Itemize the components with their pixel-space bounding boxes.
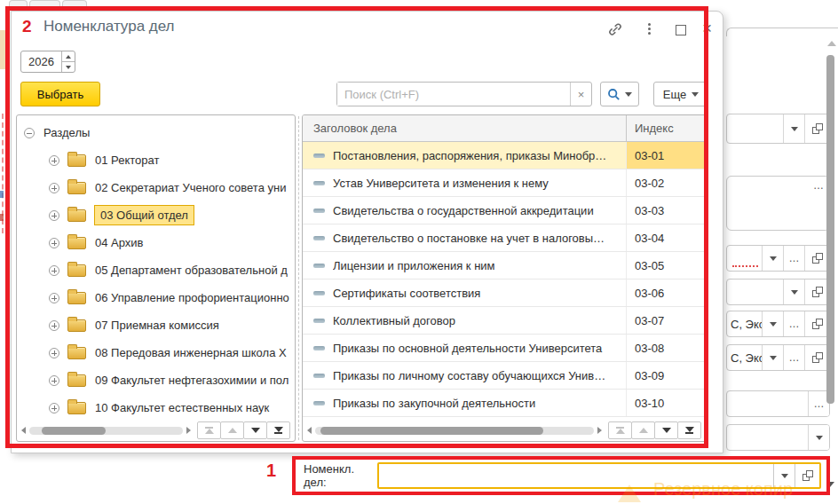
expand-plus-icon[interactable] bbox=[49, 265, 59, 276]
open-form-button[interactable] bbox=[804, 345, 829, 370]
panel-splitter[interactable] bbox=[298, 116, 299, 440]
expand-plus-icon[interactable] bbox=[49, 238, 59, 248]
expand-plus-icon[interactable] bbox=[49, 183, 59, 193]
open-form-button[interactable] bbox=[804, 114, 829, 143]
expand-plus-icon[interactable] bbox=[49, 348, 59, 358]
select-button[interactable]: Выбрать bbox=[20, 82, 100, 106]
sections-tree-panel: Разделы 01 Ректорат 02 Секретариат Учено… bbox=[16, 114, 296, 442]
table-row[interactable]: Коллективный договор 03-07 bbox=[303, 307, 706, 335]
table-row[interactable]: Приказы по личному составу обучающихся У… bbox=[303, 362, 706, 390]
maximize-icon[interactable] bbox=[676, 25, 686, 35]
more-button[interactable]: Еще bbox=[653, 82, 708, 106]
background-tab[interactable] bbox=[29, 0, 60, 7]
search-options-button[interactable] bbox=[600, 82, 639, 106]
background-tab[interactable] bbox=[62, 0, 87, 7]
spin-down-icon[interactable] bbox=[62, 62, 75, 72]
scrollbar-thumb[interactable] bbox=[42, 427, 107, 435]
go-first-button[interactable] bbox=[608, 421, 632, 439]
column-header-title[interactable]: Заголовок дела bbox=[303, 122, 626, 135]
open-form-button[interactable] bbox=[804, 246, 829, 271]
dropdown-button[interactable] bbox=[783, 114, 804, 143]
expand-plus-icon[interactable] bbox=[49, 155, 59, 166]
background-field[interactable]: … bbox=[726, 390, 830, 417]
expand-plus-icon[interactable] bbox=[49, 403, 59, 413]
background-field[interactable]: С, Экс … bbox=[726, 344, 830, 371]
item-dash-icon bbox=[313, 154, 325, 158]
tree-item[interactable]: 09 Факультет нефтегазохимии и пол bbox=[17, 366, 295, 394]
ellipsis-button[interactable]: … bbox=[783, 345, 804, 370]
background-field[interactable]: С, Экс … bbox=[726, 311, 830, 337]
dropdown-button[interactable] bbox=[762, 311, 783, 336]
search-input[interactable] bbox=[337, 83, 570, 106]
chevron-down-icon bbox=[625, 92, 632, 97]
background-field[interactable] bbox=[726, 279, 830, 305]
dropdown-button[interactable] bbox=[783, 280, 804, 304]
tree-item-selected[interactable]: 03 Общий отдел bbox=[17, 201, 295, 229]
background-group-border bbox=[726, 28, 838, 36]
scrollbar-thumb[interactable] bbox=[320, 427, 543, 435]
tree-item[interactable]: 05 Департамент образовательной д bbox=[17, 256, 295, 284]
table-row-selected[interactable]: Постановления, распоряжения, приказы Мин… bbox=[303, 142, 706, 169]
background-field[interactable] bbox=[726, 424, 830, 451]
scroll-left-icon[interactable] bbox=[307, 427, 312, 434]
tree-item[interactable]: 04 Архив bbox=[17, 229, 295, 256]
go-last-button[interactable] bbox=[266, 421, 290, 439]
table-row[interactable]: Приказы по основной деятельности Универс… bbox=[303, 335, 706, 362]
table-row[interactable]: Свидетельства о государственной аккредит… bbox=[303, 197, 706, 224]
column-header-index[interactable]: Индекс bbox=[626, 115, 706, 141]
open-form-button[interactable] bbox=[795, 464, 819, 487]
go-next-button[interactable] bbox=[243, 421, 267, 439]
scroll-left-icon[interactable] bbox=[21, 427, 26, 434]
horizontal-scrollbar[interactable] bbox=[315, 427, 594, 435]
go-next-button[interactable] bbox=[654, 421, 678, 439]
table-row[interactable]: Сертификаты соответствия 03-06 bbox=[303, 280, 706, 307]
expand-plus-icon[interactable] bbox=[49, 320, 59, 331]
dropdown-button[interactable] bbox=[762, 246, 783, 271]
horizontal-scrollbar[interactable] bbox=[29, 427, 183, 435]
table-row[interactable]: Приказы по закупочной деятельности 03-10 bbox=[303, 390, 706, 417]
dropdown-button[interactable] bbox=[773, 464, 795, 487]
table-row[interactable]: Свидетельство о постановке на учет в нал… bbox=[303, 224, 706, 252]
ellipsis-button[interactable]: … bbox=[783, 246, 804, 271]
expand-plus-icon[interactable] bbox=[49, 375, 59, 386]
spin-up-icon[interactable] bbox=[62, 51, 75, 62]
background-tab[interactable] bbox=[9, 0, 28, 7]
expand-plus-icon[interactable] bbox=[49, 293, 59, 303]
tree-item[interactable]: 01 Ректорат bbox=[17, 146, 295, 174]
scroll-right-icon[interactable] bbox=[186, 427, 191, 434]
background-fragment bbox=[0, 30, 5, 69]
tree-item[interactable]: 02 Секретариат Ученого совета уни bbox=[17, 174, 295, 201]
tree-item[interactable]: 10 Факультет естественных наук bbox=[17, 394, 295, 421]
expand-plus-icon[interactable] bbox=[49, 210, 59, 221]
go-prev-button[interactable] bbox=[220, 421, 244, 439]
nomenclature-input[interactable] bbox=[379, 464, 773, 487]
ellipsis-button[interactable]: … bbox=[783, 311, 804, 336]
background-field[interactable]: … bbox=[726, 245, 830, 272]
vertical-scrollbar[interactable] bbox=[826, 55, 834, 404]
background-field[interactable] bbox=[726, 114, 830, 144]
year-value[interactable]: 2026 bbox=[21, 51, 61, 72]
tree-root[interactable]: Разделы bbox=[17, 119, 295, 146]
dropdown-button[interactable] bbox=[808, 425, 829, 450]
scroll-up-icon[interactable] bbox=[827, 41, 836, 46]
clear-search-icon[interactable]: × bbox=[570, 83, 591, 106]
tree-item[interactable]: 06 Управление профориентационно bbox=[17, 284, 295, 311]
go-last-button[interactable] bbox=[677, 421, 701, 439]
year-spinner[interactable]: 2026 bbox=[20, 51, 75, 73]
background-textarea[interactable]: … bbox=[726, 176, 830, 231]
go-first-button[interactable] bbox=[197, 421, 221, 439]
menu-dots-icon[interactable] bbox=[647, 23, 651, 35]
tree-item[interactable]: 07 Приемная комиссия bbox=[17, 311, 295, 339]
go-prev-button[interactable] bbox=[631, 421, 655, 439]
open-form-button[interactable] bbox=[804, 280, 829, 304]
collapse-minus-icon[interactable] bbox=[24, 128, 35, 138]
close-icon[interactable]: × bbox=[702, 19, 712, 38]
table-row[interactable]: Устав Университета и изменения к нему 03… bbox=[303, 169, 706, 197]
tree-item[interactable]: 08 Передовая инженерная школа Х bbox=[17, 339, 295, 366]
open-form-icon bbox=[812, 319, 823, 329]
dropdown-button[interactable] bbox=[762, 345, 783, 370]
table-row[interactable]: Лицензии и приложения к ним 03-05 bbox=[303, 252, 706, 280]
scroll-right-icon[interactable] bbox=[597, 427, 602, 434]
open-form-button[interactable] bbox=[804, 311, 829, 336]
link-icon[interactable] bbox=[607, 21, 623, 41]
